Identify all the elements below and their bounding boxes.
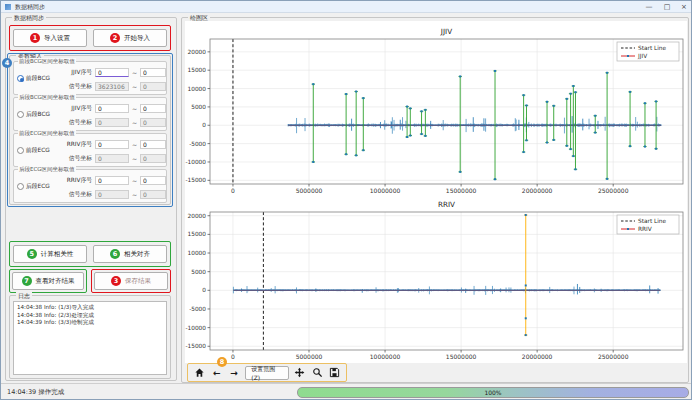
svg-text:10000000: 10000000 [370, 187, 401, 194]
param-row: JJIV序号 ~ [64, 103, 166, 113]
rriv-chart[interactable]: 0500000010000000150000002000000025000000… [185, 197, 687, 363]
maximize-button[interactable]: □ [659, 1, 675, 12]
step-6-badge: 6 [110, 249, 120, 259]
signal-coord-from-input[interactable] [95, 118, 129, 127]
start-import-button[interactable]: 2 开始导入 [93, 29, 167, 47]
radio-front-bcg-dot[interactable] [17, 75, 24, 82]
svg-text:-15000: -15000 [185, 177, 206, 183]
app-icon [5, 4, 11, 10]
signal-coord-from-input[interactable] [95, 82, 129, 91]
radio-front-ecg[interactable]: 前段ECG [17, 146, 63, 155]
svg-text:0: 0 [202, 287, 206, 293]
import-settings-button[interactable]: 1 导入设置 [13, 29, 87, 47]
correlation-align-button[interactable]: 6 相关对齐 [93, 245, 167, 263]
signal-coord-to-input[interactable] [140, 154, 166, 163]
param-row: RRIV序号 ~ [64, 139, 166, 149]
svg-text:5000000: 5000000 [296, 187, 323, 194]
jjiv-index-from-input[interactable] [95, 104, 129, 113]
log-group-label: 日志 [16, 292, 32, 299]
step-8-badge: 8 [217, 357, 227, 367]
log-line: 14:04:38 Info: (2/3)处理完成 [17, 312, 163, 320]
step-1-badge: 1 [30, 33, 40, 43]
step-5-badge: 5 [27, 249, 37, 259]
status-text: 14:04:39 操作完成 [7, 388, 64, 397]
home-icon[interactable] [193, 366, 205, 379]
view-align-result-button[interactable]: 7 查看对齐结果 [12, 272, 84, 290]
jjiv-index-from-input[interactable] [95, 68, 129, 77]
svg-text:RRIV: RRIV [638, 226, 652, 232]
svg-text:20000: 20000 [188, 213, 207, 219]
rear-ecg-section: 后段ECG区间坐标取值 后段ECG RRIV序号 ~ 信号坐标 ~ [13, 169, 167, 203]
save-result-button[interactable]: 3 保存结果 [94, 272, 168, 290]
radio-rear-ecg[interactable]: 后段ECG [17, 182, 63, 191]
start-import-label: 开始导入 [124, 34, 150, 43]
svg-text:5000: 5000 [191, 269, 206, 275]
compute-correlation-button[interactable]: 5 计算相关性 [13, 245, 87, 263]
rriv-index-from-input[interactable] [95, 176, 129, 185]
compute-correlation-label: 计算相关性 [41, 250, 74, 259]
front-bcg-section: 前段BCG区间坐标取值 前段BCG JJIV序号 ~ 信号坐标 ~ [13, 61, 167, 95]
svg-text:10000: 10000 [188, 250, 207, 256]
plot-group-label: 绘图区 [188, 14, 210, 21]
rriv-index-to-input[interactable] [140, 140, 166, 149]
pan-icon[interactable] [294, 366, 306, 379]
signal-coord-to-input[interactable] [140, 82, 166, 91]
front-bcg-section-title: 前段BCG区间坐标取值 [18, 58, 76, 65]
svg-text:15000000: 15000000 [446, 187, 477, 194]
radio-front-bcg[interactable]: 前段BCG [17, 74, 63, 83]
progress-bar: 100% [297, 387, 689, 398]
svg-text:25000000: 25000000 [598, 353, 629, 360]
step-2-badge: 2 [110, 33, 120, 43]
radio-rear-bcg-dot[interactable] [17, 111, 24, 118]
svg-text:0: 0 [202, 122, 206, 128]
signal-coord-from-input[interactable] [95, 154, 129, 163]
radio-rear-ecg-dot[interactable] [17, 183, 24, 190]
rear-ecg-section-title: 后段ECG区间坐标取值 [18, 166, 76, 173]
front-ecg-section-title: 前段ECG区间坐标取值 [18, 130, 76, 137]
set-range-button[interactable]: 设置范围(Z) [245, 366, 288, 380]
svg-text:Start Line: Start Line [638, 218, 667, 224]
import-settings-label: 导入设置 [44, 34, 70, 43]
log-line: 14:04:39 Info: (3/3)绘制完成 [17, 319, 163, 327]
plot-toolbar: ← → 设置范围(Z) [188, 365, 346, 380]
status-bar: 14:04:39 操作完成 100% [1, 383, 692, 400]
sync-group-label: 数据精同步 [12, 14, 46, 21]
rriv-index-from-input[interactable] [95, 140, 129, 149]
log-line: 14:04:38 Info: (1/3)导入完成 [17, 304, 163, 312]
svg-text:25000000: 25000000 [598, 187, 629, 194]
signal-coord-to-input[interactable] [140, 190, 166, 199]
view-align-result-label: 查看对齐结果 [36, 277, 75, 286]
jjiv-chart[interactable]: 0500000010000000150000002000000025000000… [185, 23, 687, 195]
svg-text:JJIV: JJIV [637, 53, 647, 60]
param-row: 信号坐标 ~ [64, 81, 166, 91]
forward-icon[interactable]: → [228, 366, 240, 379]
svg-text:5000: 5000 [191, 104, 206, 110]
svg-text:-10000: -10000 [185, 159, 206, 165]
step-4-badge: 4 [2, 58, 12, 68]
save-result-label: 保存结果 [125, 277, 151, 286]
title-bar: 数据精同步 — □ × [1, 1, 692, 13]
jjiv-index-to-input[interactable] [140, 68, 166, 77]
zoom-icon[interactable] [311, 366, 323, 379]
correlation-align-label: 相关对齐 [124, 250, 150, 259]
radio-front-ecg-dot[interactable] [17, 147, 24, 154]
svg-text:15000: 15000 [188, 231, 207, 237]
rriv-index-to-input[interactable] [140, 176, 166, 185]
close-button[interactable]: × [676, 1, 692, 12]
jjiv-index-to-input[interactable] [140, 104, 166, 113]
save-icon[interactable] [329, 366, 341, 379]
signal-coord-from-input[interactable] [95, 190, 129, 199]
param-row: 信号坐标 ~ [64, 153, 166, 163]
app-window: 数据精同步 — □ × 数据精同步 1 导入设置 2 开始导入 参数输入 4 前… [0, 0, 692, 400]
minimize-button[interactable]: — [641, 1, 657, 12]
svg-text:RRIV: RRIV [438, 200, 455, 209]
log-area[interactable]: 14:04:38 Info: (1/3)导入完成 14:04:38 Info: … [13, 301, 167, 375]
param-row: 信号坐标 ~ [64, 189, 166, 199]
signal-coord-to-input[interactable] [140, 118, 166, 127]
svg-text:10000: 10000 [188, 86, 207, 92]
step-3-badge: 3 [111, 276, 121, 286]
radio-rear-bcg[interactable]: 后段BCG [17, 110, 63, 119]
svg-text:15000: 15000 [188, 67, 207, 73]
back-icon[interactable]: ← [210, 366, 222, 379]
svg-text:-10000: -10000 [185, 325, 206, 331]
